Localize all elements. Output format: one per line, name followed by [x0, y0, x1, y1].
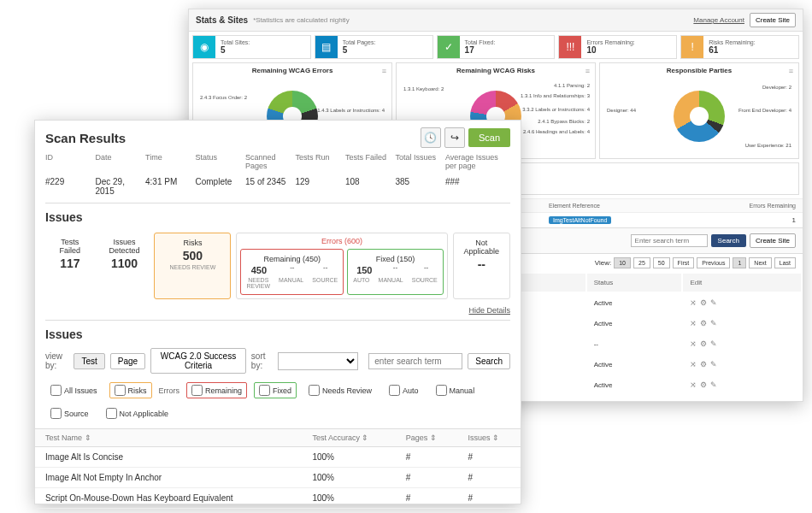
na-box[interactable]: Not Applicable -- — [453, 233, 510, 299]
filter-na[interactable]: Not Applicable — [101, 405, 174, 422]
pager-last[interactable]: Last — [774, 257, 796, 268]
sites-search-button[interactable]: Search — [711, 234, 746, 247]
pie-chart — [674, 91, 725, 142]
create-site-button[interactable]: Create Site — [750, 13, 796, 27]
stat-total-pages: ▤Total Pages:5 — [315, 35, 433, 59]
check-icon: ✓ — [438, 36, 460, 58]
gear-icon[interactable]: ⚙ — [700, 360, 707, 369]
errors-box: Errors (600) Remaining (450) 450---- NEE… — [236, 233, 447, 299]
gear-icon[interactable]: ⚙ — [700, 380, 707, 389]
view-50[interactable]: 50 — [653, 257, 670, 268]
col-pages[interactable]: Pages ⇕ — [396, 429, 458, 447]
shuffle-icon[interactable]: ⤨ — [690, 380, 697, 389]
stat-risks-remaining: !Risks Remaining:61 — [680, 35, 799, 59]
pager-first[interactable]: First — [673, 257, 695, 268]
globe-icon: ◉ — [193, 36, 215, 58]
remaining-box[interactable]: Remaining (450) 450---- NEEDS REVIEWMANU… — [240, 249, 344, 295]
stats-title: Stats & Sites — [196, 15, 248, 25]
sites-search-input[interactable] — [631, 234, 708, 247]
tests-failed-box: Tests Failed 117 — [45, 233, 95, 299]
shuffle-icon[interactable]: ⤨ — [690, 298, 697, 307]
alert-icon: !!! — [559, 36, 581, 58]
filter-risks[interactable]: Risks — [109, 382, 152, 398]
scan-meta-values: #229 Dec 29, 2015 4:31 PM Complete 15 of… — [45, 177, 510, 196]
edit-icon[interactable]: ✎ — [710, 319, 717, 327]
edit-icon[interactable]: ✎ — [710, 339, 717, 348]
filter-needs-review[interactable]: Needs Review — [303, 382, 377, 398]
view-by-page[interactable]: Page — [110, 353, 145, 369]
shuffle-icon[interactable]: ⤨ — [690, 360, 697, 369]
fixed-box[interactable]: Fixed (150) 150---- AUTOMANUALSOURCE — [347, 249, 443, 295]
chart-menu-icon[interactable]: ≡ — [585, 67, 590, 75]
issues-detected-box: Issues Detected 1100 — [100, 233, 150, 299]
col-accuracy[interactable]: Test Accuracy ⇕ — [302, 429, 395, 447]
chart-menu-icon[interactable]: ≡ — [789, 67, 793, 75]
scan-results-title: Scan Results — [45, 131, 417, 145]
element-badge[interactable]: ImgTestAltNotFound — [549, 216, 611, 224]
gear-icon[interactable]: ⚙ — [700, 339, 707, 348]
warn-icon: ! — [681, 36, 703, 58]
issues-search-input[interactable] — [368, 353, 462, 369]
edit-icon[interactable]: ✎ — [710, 380, 717, 389]
page-icon: ▤ — [315, 36, 338, 58]
filter-checkboxes: All Issues Risks Errors Remaining Fixed … — [35, 379, 521, 428]
issues-title: Issues — [45, 210, 510, 224]
pager-next[interactable]: Next — [749, 257, 771, 268]
pager-1[interactable]: 1 — [733, 257, 746, 268]
table-row[interactable]: Script On-Mouse-Down Has Keyboard Equiva… — [35, 488, 521, 509]
issues-summary: Tests Failed 117 Issues Detected 1100 Ri… — [35, 226, 521, 306]
scan-button[interactable]: Scan — [468, 128, 510, 147]
pager-prev[interactable]: Previous — [697, 257, 730, 268]
filter-auto[interactable]: Auto — [384, 382, 424, 398]
history-icon[interactable]: 🕓 — [421, 127, 441, 148]
filter-manual[interactable]: Manual — [431, 382, 480, 398]
stats-subtitle: *Statistics are calculated nightly — [253, 16, 350, 24]
filter-remaining[interactable]: Remaining — [186, 382, 247, 398]
share-icon[interactable]: ↪ — [444, 127, 465, 148]
table-row[interactable]: Image Alt Not Empty In Anchor100%## — [35, 468, 521, 488]
view-by-wcag[interactable]: WCAG 2.0 Success Criteria — [150, 348, 246, 374]
shuffle-icon[interactable]: ⤨ — [690, 319, 697, 327]
stats-header: Stats & Sites *Statistics are calculated… — [189, 9, 803, 32]
stat-total-fixed: ✓Total Fixed:17 — [437, 35, 556, 59]
gear-icon[interactable]: ⚙ — [700, 319, 707, 327]
table-row[interactable]: Image Alt Is Concise100%## — [35, 447, 521, 468]
shuffle-icon[interactable]: ⤨ — [690, 339, 697, 348]
chart-parties: ≡ Responsible Parties Developer: 2 Desig… — [599, 62, 799, 159]
filter-fixed[interactable]: Fixed — [254, 382, 297, 398]
issues-search-button[interactable]: Search — [468, 353, 510, 369]
col-test-name[interactable]: Test Name ⇕ — [35, 429, 302, 447]
gear-icon[interactable]: ⚙ — [700, 298, 707, 307]
scan-results-panel: Scan Results 🕓 ↪ Scan ID Date Time Statu… — [34, 120, 521, 504]
edit-icon[interactable]: ✎ — [710, 298, 717, 307]
filter-source[interactable]: Source — [45, 405, 94, 422]
view-by-test[interactable]: Test — [74, 353, 104, 369]
issues-list-title: Issues — [45, 327, 510, 341]
filter-all[interactable]: All Issues — [45, 382, 103, 398]
create-site-button-2[interactable]: Create Site — [750, 233, 796, 248]
edit-icon[interactable]: ✎ — [710, 360, 717, 369]
view-by-row: view by: Test Page WCAG 2.0 Success Crit… — [35, 343, 521, 379]
hide-details-link[interactable]: Hide Details — [35, 306, 521, 320]
stat-total-sites: ◉Total Sites:5 — [192, 35, 311, 59]
risks-box[interactable]: Risks 500 NEEDS REVIEW — [154, 233, 231, 299]
issues-table: Test Name ⇕ Test Accuracy ⇕ Pages ⇕ Issu… — [35, 428, 521, 513]
stat-errors-remaining: !!!Errors Remaining:10 — [558, 35, 677, 59]
table-row[interactable]: Document Has A Valid Doctype100%## — [35, 509, 521, 514]
manage-account-link[interactable]: Manage Account — [693, 16, 744, 24]
stat-cards: ◉Total Sites:5 ▤Total Pages:5 ✓Total Fix… — [189, 32, 803, 62]
view-25[interactable]: 25 — [633, 257, 650, 268]
sort-select[interactable] — [278, 352, 359, 370]
scan-meta-header: ID Date Time Status Scanned Pages Tests … — [45, 153, 510, 172]
chart-menu-icon[interactable]: ≡ — [382, 67, 386, 75]
col-issues[interactable]: Issues ⇕ — [458, 429, 521, 447]
view-10[interactable]: 10 — [614, 257, 631, 268]
